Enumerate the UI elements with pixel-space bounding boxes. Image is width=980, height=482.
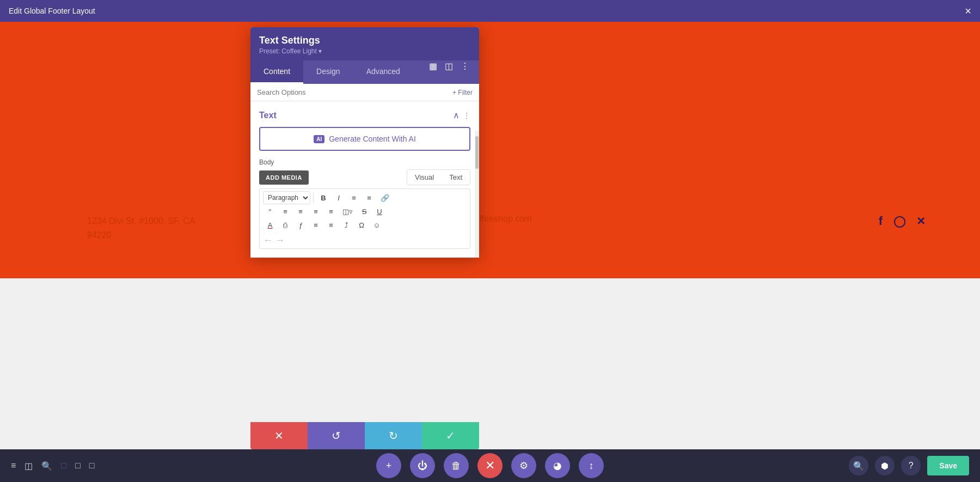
indent-less-button[interactable]: ≡ <box>309 219 323 231</box>
sort-button[interactable]: ↕ <box>579 453 604 478</box>
search-right-icon[interactable]: 🔍 <box>849 456 868 475</box>
body-label: Body <box>259 158 470 166</box>
visual-text-tabs: Visual Text <box>407 169 470 185</box>
indent-more-button[interactable]: ≡ <box>324 219 338 231</box>
blockquote-button[interactable]: “ <box>263 205 277 218</box>
filter-button[interactable]: + Filter <box>452 89 473 96</box>
italic-button[interactable]: I <box>332 192 346 204</box>
title-bar: Edit Global Footer Layout × <box>0 0 980 22</box>
ordered-list-button[interactable]: ≡ <box>362 192 376 204</box>
canvas-area: 1234 Divi St. #1000, SF, CA94220 @divico… <box>0 22 980 449</box>
text-tab[interactable]: Text <box>442 170 470 185</box>
align-center-button[interactable]: ≡ <box>293 205 308 218</box>
format-toolbar: Paragraph Heading 1 Heading 2 Heading 3 … <box>259 188 470 249</box>
paragraph-select[interactable]: Paragraph Heading 1 Heading 2 Heading 3 … <box>263 191 310 204</box>
unordered-list-button[interactable]: ≡ <box>347 192 361 204</box>
tab-advanced[interactable]: Advanced <box>353 60 413 84</box>
confirm-button[interactable]: ✓ <box>422 422 479 449</box>
toolbar-divider-1 <box>313 192 314 203</box>
undo-button[interactable]: ← <box>263 235 273 246</box>
editor-top-row: ADD MEDIA Visual Text <box>259 169 470 185</box>
undo-action-button[interactable]: ↺ <box>308 422 365 449</box>
clear-format-button[interactable]: ƒ <box>293 219 308 231</box>
menu-icon[interactable]: ≡ <box>11 461 16 471</box>
bold-button[interactable]: B <box>316 192 330 204</box>
power-button[interactable]: ⏻ <box>410 453 435 478</box>
bottom-toolbar: ≡ ◫ 🔍 □ □ □ + ⏻ 🗑 ✕ ⚙ ◕ ↕ 🔍 ⬢ ? Save <box>0 449 980 482</box>
text-color-button[interactable]: A <box>263 219 277 231</box>
history-button[interactable]: ◕ <box>545 453 570 478</box>
desktop-icon[interactable]: □ <box>61 461 66 471</box>
toolbar-row-1: Paragraph Heading 1 Heading 2 Heading 3 … <box>263 191 467 204</box>
ai-generate-label: Generate Content With AI <box>329 135 416 143</box>
link-button[interactable]: 🔗 <box>377 192 393 204</box>
undo-redo-row: ← → <box>263 233 467 246</box>
toolbar-row-2: “ ≡ ≡ ≡ ≡ ◫▿ S U <box>263 205 467 218</box>
table-button[interactable]: ◫▿ <box>339 205 356 218</box>
more-options-icon[interactable]: ⋮ <box>460 60 470 72</box>
section-actions: ∧ ⋮ <box>453 110 470 120</box>
panel-scrollbar[interactable] <box>475 131 479 258</box>
tab-design[interactable]: Design <box>303 60 353 84</box>
fullscreen-icon[interactable]: ▦ <box>428 60 438 72</box>
settings-panel: Text Settings Preset: Coffee Light ▾ ▦ ◫… <box>250 27 479 258</box>
cancel-button[interactable]: ✕ <box>250 422 308 449</box>
text-section-header: Text ∧ ⋮ <box>259 110 470 120</box>
collapse-section-button[interactable]: ∧ <box>453 110 460 120</box>
text-section-title: Text <box>259 111 277 120</box>
tab-content[interactable]: Content <box>250 60 303 84</box>
align-right-button[interactable]: ≡ <box>309 205 323 218</box>
panel-header-actions: ▦ ◫ ⋮ <box>428 60 470 72</box>
action-bar: ✕ ↺ ↻ ✓ <box>250 422 479 449</box>
footer-address: 1234 Divi St. #1000, SF, CA94220 <box>87 214 195 242</box>
panel-search-bar: + Filter <box>250 84 479 101</box>
scrollbar-thumb <box>475 136 479 169</box>
delete-button[interactable]: 🗑 <box>444 453 469 478</box>
title-bar-text: Edit Global Footer Layout <box>9 7 95 15</box>
toolbar-row-3: A ⎙ ƒ ≡ ≡ ⤴ Ω ☺ <box>263 219 467 231</box>
twitter-x-icon[interactable]: ✕ <box>916 215 926 228</box>
underline-button[interactable]: U <box>372 205 387 218</box>
panel-title: Text Settings <box>259 35 470 46</box>
redo-action-button[interactable]: ↻ <box>365 422 422 449</box>
grid-icon[interactable]: ◫ <box>444 60 454 72</box>
panel-header: Text Settings Preset: Coffee Light ▾ ▦ ◫… <box>250 27 479 60</box>
panel-body: Text ∧ ⋮ AI Generate Content With AI Bod… <box>250 101 479 258</box>
search-input[interactable] <box>257 88 452 96</box>
footer-social: f ◯ ✕ <box>879 214 926 228</box>
bottom-toolbar-center: + ⏻ 🗑 ✕ ⚙ ◕ ↕ <box>376 453 604 478</box>
facebook-icon[interactable]: f <box>879 214 883 228</box>
settings-button[interactable]: ⚙ <box>511 453 536 478</box>
bottom-toolbar-left: ≡ ◫ 🔍 □ □ □ <box>11 461 94 471</box>
save-button[interactable]: Save <box>927 456 969 475</box>
panel-preset[interactable]: Preset: Coffee Light ▾ <box>259 47 470 55</box>
ai-generate-button[interactable]: AI Generate Content With AI <box>259 127 470 151</box>
mobile-icon[interactable]: □ <box>89 461 95 471</box>
layers-icon[interactable]: ⬢ <box>875 456 895 475</box>
align-left-button[interactable]: ≡ <box>278 205 292 218</box>
instagram-icon[interactable]: ◯ <box>893 215 905 228</box>
section-menu-button[interactable]: ⋮ <box>463 110 470 120</box>
special-char-button[interactable]: Ω <box>354 219 369 231</box>
add-media-button[interactable]: ADD MEDIA <box>259 170 309 185</box>
tablet-icon[interactable]: □ <box>75 461 81 471</box>
emoji-button[interactable]: ☺ <box>370 219 384 231</box>
close-button[interactable]: ✕ <box>477 453 503 478</box>
layout-icon[interactable]: ◫ <box>24 461 33 471</box>
title-bar-close-button[interactable]: × <box>965 5 971 17</box>
visual-tab[interactable]: Visual <box>407 170 442 185</box>
add-element-button[interactable]: + <box>376 453 401 478</box>
redo-button[interactable]: → <box>275 235 285 246</box>
canvas-bottom-section <box>0 278 980 449</box>
help-icon[interactable]: ? <box>901 456 921 475</box>
paste-button[interactable]: ⎙ <box>278 219 292 231</box>
align-justify-button[interactable]: ≡ <box>324 205 338 218</box>
expand-button[interactable]: ⤴ <box>339 219 353 231</box>
strikethrough-button[interactable]: S <box>357 205 371 218</box>
bottom-toolbar-right: 🔍 ⬢ ? Save <box>849 456 969 475</box>
search-icon[interactable]: 🔍 <box>41 461 52 471</box>
ai-icon: AI <box>314 135 324 143</box>
